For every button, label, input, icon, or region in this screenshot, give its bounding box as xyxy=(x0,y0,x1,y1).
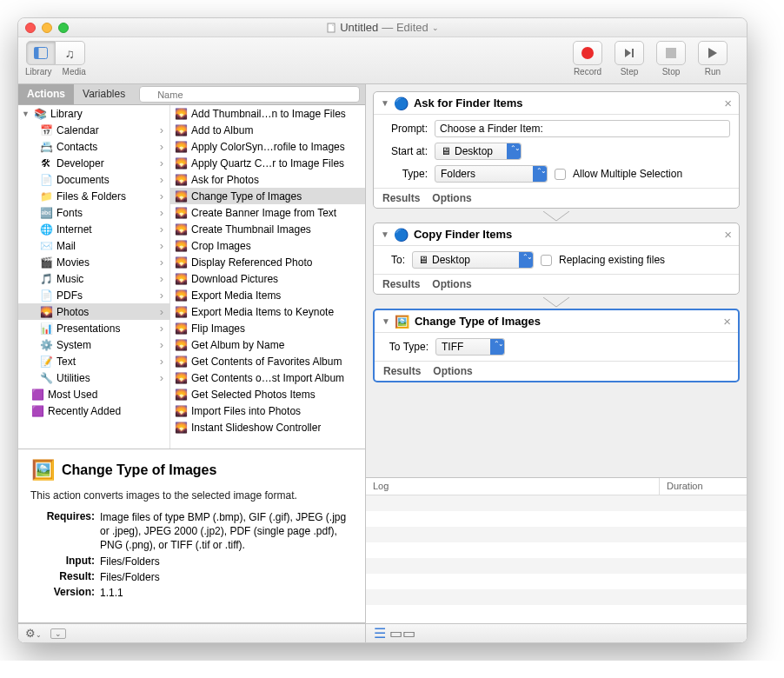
zoom-window-button[interactable] xyxy=(58,23,69,33)
library-categories[interactable]: ▼📚Library📅Calendar📇Contacts🛠Developer📄Do… xyxy=(18,105,170,449)
type-select[interactable]: Folders xyxy=(435,165,548,183)
media-button[interactable]: ♫ xyxy=(56,41,85,65)
wf-card-ask-finder[interactable]: ▼ 🔵 Ask for Finder Items × Prompt: Start… xyxy=(373,91,740,209)
action-item[interactable]: 🌄Get Contents of Favorites Album xyxy=(170,353,365,369)
startat-select[interactable]: 🖥Desktop xyxy=(435,143,522,160)
action-item[interactable]: 🌄Download Pictures xyxy=(170,270,365,287)
library-item[interactable]: 📁Files & Folders xyxy=(18,188,169,204)
prompt-input[interactable] xyxy=(435,120,730,137)
stop-button[interactable] xyxy=(656,41,686,65)
record-button[interactable] xyxy=(573,41,602,65)
results-tab[interactable]: Results xyxy=(382,192,420,204)
action-item[interactable]: 🌄Instant Slideshow Controller xyxy=(170,419,365,435)
library-item[interactable]: 🎬Movies xyxy=(18,254,169,270)
library-item[interactable]: 🌐Internet xyxy=(18,221,169,237)
to-select[interactable]: 🖥Desktop xyxy=(412,251,534,269)
wf-title: Ask for Finder Items xyxy=(414,96,719,110)
log-col-duration[interactable]: Duration xyxy=(660,478,747,495)
library-item[interactable]: 📝Text xyxy=(18,353,169,369)
library-item[interactable]: 🛠Developer xyxy=(18,155,169,171)
action-item[interactable]: 🌄Add to Album xyxy=(170,122,365,138)
action-info-icon: 🖼️ xyxy=(30,458,55,482)
options-tab[interactable]: Options xyxy=(432,278,471,290)
library-item[interactable]: 🔧Utilities xyxy=(18,369,169,386)
action-item[interactable]: 🌄Get Album by Name xyxy=(170,336,365,353)
totype-select[interactable]: TIFF xyxy=(435,338,505,356)
action-item[interactable]: 🌄Ask for Photos xyxy=(170,171,365,188)
disclosure-icon[interactable]: ▼ xyxy=(381,229,389,239)
library-item[interactable]: 📄PDFs xyxy=(18,287,169,303)
library-item[interactable]: ⚙️System xyxy=(18,336,169,353)
library-item[interactable]: 🔤Fonts xyxy=(18,204,169,221)
close-icon[interactable]: × xyxy=(724,227,732,242)
action-item[interactable]: 🌄Create Thumbnail Images xyxy=(170,221,365,237)
workflow-canvas[interactable]: ▼ 🔵 Ask for Finder Items × Prompt: Start… xyxy=(366,84,747,477)
list-view-icon[interactable]: ☰ xyxy=(373,628,387,639)
svg-rect-2 xyxy=(34,48,38,59)
tab-actions[interactable]: Actions xyxy=(18,84,74,104)
options-tab[interactable]: Options xyxy=(432,192,471,204)
close-icon[interactable]: × xyxy=(724,96,732,110)
library-item[interactable]: 📅Calendar xyxy=(18,122,169,138)
play-icon xyxy=(708,47,718,59)
connector-icon xyxy=(373,297,740,306)
replace-checkbox[interactable] xyxy=(541,255,552,266)
action-item[interactable]: 🌄Flip Images xyxy=(170,320,365,336)
gear-menu-icon[interactable]: ⚙︎⌄ xyxy=(25,627,42,640)
disclosure-icon[interactable]: ▼ xyxy=(382,316,390,326)
action-item[interactable]: 🌄Get Contents o…st Import Album xyxy=(170,369,365,386)
library-smart-item[interactable]: 🟪Recently Added xyxy=(18,402,169,419)
library-item[interactable]: 📊Presentations xyxy=(18,320,169,336)
actions-list[interactable]: 🌄Add Thumbnail…n to Image Files🌄Add to A… xyxy=(170,105,365,449)
allow-multiple-checkbox[interactable] xyxy=(555,169,566,180)
action-item[interactable]: 🌄Crop Images xyxy=(170,237,365,254)
totype-label: To Type: xyxy=(383,341,429,353)
library-item[interactable]: 📄Documents xyxy=(18,171,169,188)
results-tab[interactable]: Results xyxy=(383,365,421,377)
automator-window: Untitled — Edited ⌄ ♫ Library Media Reco… xyxy=(17,17,747,643)
library-item[interactable]: 📇Contacts xyxy=(18,138,169,155)
wf-title: Change Type of Images xyxy=(415,315,718,328)
options-tab[interactable]: Options xyxy=(433,365,472,377)
wf-card-change-type[interactable]: ▼ 🖼️ Change Type of Images × To Type: TI… xyxy=(373,309,740,382)
action-item[interactable]: 🌄Export Media Items xyxy=(170,287,365,303)
action-item[interactable]: 🌄Import Files into Photos xyxy=(170,402,365,419)
collapse-icon[interactable]: ⌄ xyxy=(50,628,66,639)
library-root[interactable]: ▼📚Library xyxy=(18,105,169,122)
action-item[interactable]: 🌄Display Referenced Photo xyxy=(170,254,365,270)
svg-rect-4 xyxy=(666,48,676,58)
library-button[interactable] xyxy=(26,41,56,65)
minimize-window-button[interactable] xyxy=(42,23,52,33)
svg-rect-3 xyxy=(632,49,634,57)
title-chevron-icon[interactable]: ⌄ xyxy=(432,23,439,32)
wf-title: Copy Finder Items xyxy=(414,228,719,241)
action-info-desc: This action converts images to the selec… xyxy=(30,489,353,502)
info-version-key: Version: xyxy=(30,586,100,598)
wf-card-copy-finder[interactable]: ▼ 🔵 Copy Finder Items × To: 🖥Desktop Rep… xyxy=(373,223,740,295)
action-item[interactable]: 🌄Get Selected Photos Items xyxy=(170,386,365,402)
action-item[interactable]: 🌄Apply Quartz C…r to Image Files xyxy=(170,155,365,171)
action-item[interactable]: 🌄Change Type of Images xyxy=(170,188,365,204)
search-input[interactable] xyxy=(139,86,360,103)
media-label: Media xyxy=(63,67,86,76)
results-tab[interactable]: Results xyxy=(382,278,420,290)
grid-view-icon[interactable]: ▭▭ xyxy=(395,628,409,639)
action-item[interactable]: 🌄Export Media Items to Keynote xyxy=(170,303,365,320)
library-smart-item[interactable]: 🟪Most Used xyxy=(18,386,169,402)
log-col-log[interactable]: Log xyxy=(366,478,660,495)
close-icon[interactable]: × xyxy=(723,314,731,329)
tab-variables[interactable]: Variables xyxy=(74,84,134,104)
close-window-button[interactable] xyxy=(25,23,36,33)
disclosure-icon[interactable]: ▼ xyxy=(381,98,389,108)
action-item[interactable]: 🌄Create Banner Image from Text xyxy=(170,204,365,221)
action-item[interactable]: 🌄Add Thumbnail…n to Image Files xyxy=(170,105,365,122)
run-button[interactable] xyxy=(698,41,728,65)
step-label: Step xyxy=(621,67,639,76)
action-item[interactable]: 🌄Apply ColorSyn…rofile to Images xyxy=(170,138,365,155)
window-title: Untitled — Edited ⌄ xyxy=(18,21,747,34)
image-icon: 🖼️ xyxy=(395,315,409,329)
step-button[interactable] xyxy=(615,41,644,65)
library-item[interactable]: 🌄Photos xyxy=(18,303,169,320)
library-item[interactable]: ✉️Mail xyxy=(18,237,169,254)
library-item[interactable]: 🎵Music xyxy=(18,270,169,287)
